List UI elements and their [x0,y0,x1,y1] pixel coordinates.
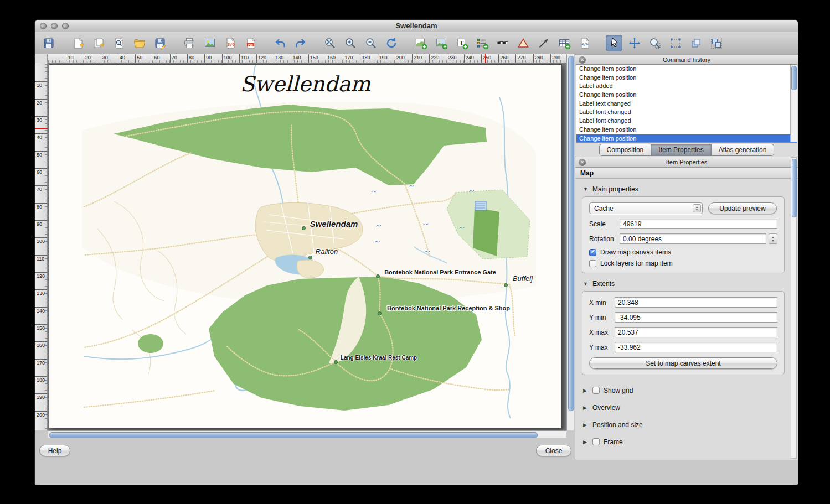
window-titlebar[interactable]: Swellendam [35,20,798,33]
redo-icon[interactable] [292,35,309,51]
ruler-tick: 80 [35,203,47,220]
draw-map-canvas-items-checkbox[interactable] [589,249,596,256]
window-close-button[interactable] [40,23,47,29]
composition-manager-icon[interactable] [111,35,127,51]
undo-icon[interactable] [272,35,288,51]
scale-input[interactable]: 49619 [620,219,777,229]
map-title-label[interactable]: Swellendam [49,72,562,96]
refresh-view-icon[interactable] [383,35,400,51]
command-history-item[interactable]: Label font changed [576,108,797,117]
edit-nodes-icon[interactable] [667,35,684,51]
disclosure-triangle-icon[interactable] [583,281,589,287]
window-minimize-button[interactable] [51,23,58,29]
print-icon[interactable] [181,35,198,51]
update-preview-button[interactable]: Update preview [708,202,777,214]
zoom-in-icon[interactable] [342,35,359,51]
panel-tab[interactable]: Composition [599,144,652,156]
select-move-item-icon[interactable] [606,35,622,51]
canvas-horizontal-scrollbar[interactable] [48,430,566,438]
zoom-out-icon[interactable] [363,35,379,51]
close-panel-icon[interactable] [579,56,586,64]
export-image-icon[interactable] [202,35,218,51]
export-svg-icon[interactable]: SVG [222,35,239,51]
save-as-template-icon[interactable] [152,35,168,51]
close-panel-icon[interactable] [579,159,586,166]
panel-tab[interactable]: Item Properties [651,144,711,156]
scrollbar-thumb[interactable] [568,56,574,411]
new-composition-icon[interactable] [70,35,86,51]
composer-page[interactable]: Swellendam SwellendamRailtonBontebok Nat… [49,64,562,428]
ruler-tick: 40 [118,54,135,63]
command-history-item[interactable]: Label font changed [576,117,797,126]
disclosure-triangle-icon[interactable] [583,388,589,393]
command-history-item[interactable]: Change item position [576,134,797,143]
add-image-icon[interactable] [433,35,450,51]
disclosure-triangle-icon[interactable] [583,439,589,445]
add-shape-icon[interactable] [515,35,532,51]
add-legend-icon[interactable] [474,35,491,51]
cache-mode-select[interactable]: Cache [589,202,703,214]
section-main-properties[interactable]: Main properties [583,185,785,193]
help-button[interactable]: Help [39,445,70,456]
ruler-tick: 20 [84,54,101,63]
collapsed-section-row[interactable]: Frame [582,433,785,450]
disclosure-triangle-icon[interactable] [583,422,589,428]
section-checkbox[interactable] [592,387,600,394]
lock-layers-checkbox[interactable] [589,260,596,267]
command-history-item[interactable]: Label added [576,82,797,91]
set-map-canvas-extent-button[interactable]: Set to map canvas extent [589,357,777,369]
rotation-input[interactable]: 0.00 degrees [620,233,766,244]
rotation-stepper[interactable] [769,233,777,244]
extent-input[interactable]: 20.537 [615,327,777,337]
extent-input[interactable]: 20.348 [615,297,777,308]
command-history-item[interactable]: Change item position [576,65,797,74]
add-label-icon[interactable]: T [453,35,470,51]
command-history-item[interactable]: Change item position [576,74,797,82]
canvas-vertical-scrollbar[interactable] [566,54,574,430]
command-history-item[interactable]: Change item position [576,126,797,134]
command-history-item[interactable]: Change item position [576,91,797,100]
add-scalebar-icon[interactable] [494,35,511,51]
close-button[interactable]: Close [536,445,571,456]
extent-label: Y min [589,314,615,321]
zoom-to-selection-icon[interactable] [647,35,663,51]
properties-scrollbar[interactable] [791,157,797,459]
scale-label: Scale [589,220,620,228]
add-html-icon[interactable]: </> [576,35,593,51]
lock-layers-label: Lock layers for map item [600,259,673,267]
ruler-tick: 260 [498,54,515,63]
zoom-full-icon[interactable] [322,35,338,51]
load-template-icon[interactable] [131,35,148,51]
map-label: Railton [316,247,338,256]
extent-input[interactable]: -33.962 [615,342,777,352]
composer-canvas[interactable]: Swellendam SwellendamRailtonBontebok Nat… [48,63,566,430]
extent-label: X min [589,299,615,306]
scrollbar-thumb[interactable] [791,66,797,90]
ruler-tick: 10 [35,81,47,98]
duplicate-composition-icon[interactable] [90,35,107,51]
move-item-content-icon[interactable] [626,35,643,51]
collapsed-section-row[interactable]: Overview [582,399,785,416]
disclosure-triangle-icon[interactable] [583,186,589,192]
raise-items-icon[interactable] [688,35,704,51]
collapsed-section-row[interactable]: Show grid [582,382,785,399]
save-project-icon[interactable] [40,35,57,51]
export-pdf-icon[interactable]: PDF [243,35,259,51]
command-history-scrollbar[interactable] [790,65,797,142]
group-items-icon[interactable] [708,35,725,51]
add-arrow-icon[interactable] [535,35,552,51]
scrollbar-thumb[interactable] [49,432,538,438]
collapsed-section-row[interactable]: Position and size [582,416,785,433]
ruler-tick: 120 [35,272,47,289]
window-zoom-button[interactable] [62,23,69,29]
add-table-icon[interactable] [556,35,573,51]
disclosure-triangle-icon[interactable] [583,405,589,411]
add-map-icon[interactable] [413,35,429,51]
section-extents[interactable]: Extents [583,280,785,288]
scrollbar-thumb[interactable] [792,159,797,217]
command-history-item[interactable]: Label text changed [576,100,797,108]
extent-input[interactable]: -34.095 [615,312,777,323]
item-properties-content: Main properties Cache Update preview Sca… [575,179,791,460]
section-checkbox[interactable] [592,438,600,445]
panel-tab[interactable]: Atlas generation [712,144,775,156]
